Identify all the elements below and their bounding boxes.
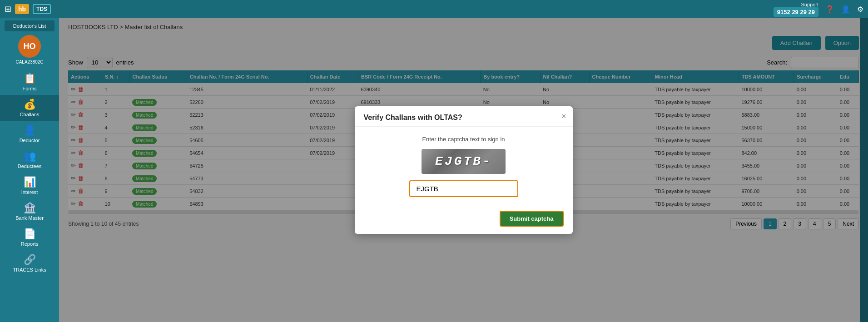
top-nav: ⊞ hb TDS Support 9152 29 29 29 ❓ 👤 ⚙	[0, 0, 868, 18]
sidebar-item-interest-label: Interest	[21, 189, 38, 195]
captcha-label: Enter the captcha text to sign in	[422, 136, 505, 143]
sidebar-item-deductor-label: Deductor	[20, 138, 40, 143]
support-number: 9152 29 29 29	[774, 7, 818, 17]
submit-captcha-button[interactable]: Submit captcha	[500, 211, 564, 227]
support-box: Support 9152 29 29 29	[774, 2, 818, 17]
modal-close-button[interactable]: ×	[561, 112, 566, 121]
bank-master-icon: 🏦	[24, 202, 36, 214]
avatar: HO	[18, 35, 41, 58]
sidebar-item-challans[interactable]: 💰 Challans	[0, 95, 59, 121]
logo-tds: TDS	[33, 4, 51, 14]
user-icon[interactable]: 👤	[841, 5, 850, 14]
settings-icon[interactable]: ⚙	[857, 5, 863, 14]
sidebar: Deductor's List HO CALA23802C 📋 Forms 💰 …	[0, 18, 59, 322]
sidebar-item-bank-master[interactable]: 🏦 Bank Master	[0, 198, 59, 224]
deductees-icon: 👥	[24, 150, 36, 162]
reports-icon: 📄	[24, 228, 36, 240]
interest-icon: 📊	[24, 176, 36, 188]
verify-challans-modal: Verify Challans with OLTAS? × Enter the …	[355, 106, 573, 234]
help-icon[interactable]: ❓	[825, 5, 834, 14]
captcha-input[interactable]	[409, 180, 518, 197]
sidebar-item-traces-links-label: TRACES Links	[13, 267, 46, 272]
modal-body: Enter the captcha text to sign in EJGTB-	[355, 127, 573, 206]
sidebar-item-reports[interactable]: 📄 Reports	[0, 224, 59, 250]
nav-left: ⊞ hb TDS	[5, 4, 51, 14]
sidebar-item-challans-label: Challans	[20, 112, 40, 117]
grid-icon[interactable]: ⊞	[5, 4, 11, 14]
sidebar-item-deductor[interactable]: 👤 Deductor	[0, 121, 59, 147]
support-label: Support	[801, 2, 818, 7]
sidebar-item-bank-master-label: Bank Master	[15, 215, 44, 221]
main-content: HOSTBOOKS LTD > Master list of Challans …	[59, 18, 868, 322]
sidebar-item-forms-label: Forms	[22, 86, 36, 91]
sidebar-item-deductees-label: Deductees	[18, 163, 42, 169]
avatar-name: CALA23802C	[15, 59, 43, 64]
nav-right: Support 9152 29 29 29 ❓ 👤 ⚙	[774, 2, 863, 17]
modal-title: Verify Challans with OLTAS?	[364, 114, 462, 121]
challans-icon: 💰	[24, 99, 36, 110]
modal-header: Verify Challans with OLTAS? ×	[355, 106, 573, 127]
traces-links-icon: 🔗	[24, 254, 36, 266]
sidebar-item-reports-label: Reports	[21, 241, 39, 247]
forms-icon: 📋	[24, 73, 36, 84]
modal-overlay: Verify Challans with OLTAS? × Enter the …	[59, 18, 868, 322]
modal-footer: Submit captcha	[355, 206, 573, 234]
sidebar-item-deductees[interactable]: 👥 Deductees	[0, 147, 59, 173]
logo-hb: hb	[15, 4, 29, 14]
sidebar-item-interest[interactable]: 📊 Interest	[0, 173, 59, 198]
deductor-icon: 👤	[24, 124, 36, 136]
sidebar-item-forms[interactable]: 📋 Forms	[0, 69, 59, 95]
captcha-image: EJGTB-	[422, 149, 506, 174]
deductors-list-button[interactable]: Deductor's List	[5, 20, 55, 31]
sidebar-item-traces-links[interactable]: 🔗 TRACES Links	[0, 250, 59, 276]
